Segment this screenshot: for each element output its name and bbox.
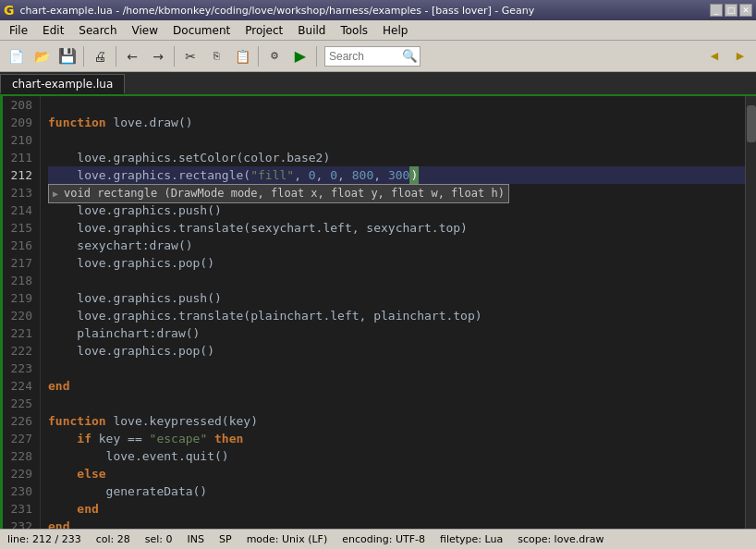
undo-button[interactable]: ← (120, 44, 144, 68)
code-line-224: end (48, 377, 745, 395)
code-line-229: else (48, 465, 745, 482)
line-num-217: 217 (4, 254, 32, 272)
code-line-215: love.graphics.translate(sexychart.left, … (48, 219, 745, 237)
code-text-227b (207, 430, 214, 447)
scrollbar-thumb[interactable] (747, 105, 756, 142)
line-num-224: 224 (4, 377, 32, 395)
copy-button[interactable]: ⎘ (204, 44, 228, 68)
bookmark-next-button[interactable]: ▶ (728, 44, 752, 68)
save-button[interactable]: 💾 (55, 44, 79, 68)
status-filetype: filetype: Lua (440, 533, 503, 545)
menu-project[interactable]: Project (238, 22, 290, 39)
line-num-220: 220 (4, 307, 32, 324)
code-text-209: love.draw() (106, 114, 193, 131)
code-line-218 (48, 272, 745, 289)
bookmark-prev-button[interactable]: ◀ (702, 44, 726, 68)
keyword-end-231: end (77, 500, 98, 518)
minimize-button[interactable]: _ (710, 4, 723, 17)
compile-button[interactable]: ⚙ (262, 44, 287, 68)
app-icon: G (4, 3, 15, 18)
code-line-214: love.graphics.push() (48, 201, 745, 219)
code-line-225 (48, 395, 745, 412)
toolbar-separator-4 (258, 46, 259, 67)
code-text-212e: , (373, 166, 388, 184)
keyword-end-224: end (48, 377, 69, 395)
print-button[interactable]: 🖨 (88, 44, 112, 68)
line-num-231: 231 (4, 500, 32, 518)
menu-view[interactable]: View (125, 22, 165, 39)
line-num-221: 221 (4, 324, 32, 342)
tabbar: chart-example.lua (0, 72, 756, 96)
keyword-then-227: then (214, 430, 243, 447)
line-num-223: 223 (4, 360, 32, 377)
statusbar: line: 212 / 233 col: 28 sel: 0 INS SP mo… (0, 529, 756, 549)
menu-document[interactable]: Document (165, 22, 238, 39)
toolbar-separator-5 (316, 46, 317, 67)
line-num-208: 208 (4, 96, 32, 114)
code-line-222: love.graphics.pop() (48, 342, 745, 360)
menubar: File Edit Search View Document Project B… (0, 20, 756, 41)
num-0a: 0 (309, 166, 316, 184)
line-num-222: 222 (4, 342, 32, 360)
line-num-210: 210 (4, 131, 32, 149)
titlebar: G chart-example.lua - /home/kbmonkey/cod… (0, 0, 756, 20)
search-input[interactable] (325, 50, 399, 63)
code-text-220: love.graphics.translate(plainchart.left,… (48, 307, 482, 324)
string-fill: "fill" (250, 166, 294, 184)
autocomplete-popup: ▶ void rectangle (DrawMode mode, float x… (48, 184, 509, 203)
code-text-212c: , (316, 166, 331, 184)
code-line-232: end (48, 518, 745, 529)
menu-search[interactable]: Search (71, 22, 124, 39)
search-icon-button[interactable]: 🔍 (399, 46, 420, 67)
cut-button[interactable]: ✂ (178, 44, 202, 68)
autocomplete-text: void rectangle (DrawMode mode, float x, … (64, 187, 505, 200)
code-line-213: ▶ void rectangle (DrawMode mode, float x… (48, 184, 745, 201)
code-indent-229 (48, 465, 77, 482)
status-lineend: mode: Unix (LF) (247, 533, 328, 545)
new-button[interactable]: 📄 (4, 44, 28, 68)
line-num-219: 219 (4, 289, 32, 307)
code-line-210 (48, 131, 745, 149)
code-text-212d: , (337, 166, 352, 184)
code-text-219: love.graphics.push() (48, 289, 222, 307)
code-text-216: sexychart:draw() (48, 237, 193, 254)
vertical-scrollbar[interactable] (745, 96, 756, 529)
keyword-else-229: else (77, 465, 105, 482)
code-text-217: love.graphics.pop() (48, 254, 214, 272)
line-num-225: 225 (4, 395, 32, 412)
run-button[interactable]: ▶ (288, 44, 312, 68)
tab-chart-example[interactable]: chart-example.lua (0, 74, 125, 94)
keyword-function-209: function (48, 114, 106, 131)
code-text-211: love.graphics.setColor(color.base2) (48, 149, 330, 166)
menu-file[interactable]: File (2, 22, 35, 39)
code-text-226: love.keypressed(key) (106, 412, 258, 430)
code-editor[interactable]: function love.draw() love.graphics.setCo… (41, 96, 745, 529)
code-line-216: sexychart:draw() (48, 237, 745, 254)
menu-help[interactable]: Help (375, 22, 415, 39)
code-text-215: love.graphics.translate(sexychart.left, … (48, 219, 468, 237)
code-line-230: generateData() (48, 482, 745, 500)
status-scope: scope: love.draw (518, 533, 604, 545)
maximize-button[interactable]: □ (725, 4, 738, 17)
code-text-228: love.event.quit() (48, 447, 229, 465)
code-line-231: end (48, 500, 745, 518)
keyword-end-232: end (48, 518, 69, 529)
code-line-223 (48, 360, 745, 377)
close-button[interactable]: ✕ (739, 4, 752, 17)
menu-edit[interactable]: Edit (35, 22, 71, 39)
code-line-211: love.graphics.setColor(color.base2) (48, 149, 745, 166)
line-num-226: 226 (4, 412, 32, 430)
open-button[interactable]: 📂 (30, 44, 54, 68)
menu-tools[interactable]: Tools (333, 22, 375, 39)
line-num-216: 216 (4, 237, 32, 254)
code-text-222: love.graphics.pop() (48, 342, 214, 360)
menu-build[interactable]: Build (290, 22, 333, 39)
paste-button[interactable]: 📋 (230, 44, 254, 68)
num-800: 800 (352, 166, 373, 184)
code-indent-227 (48, 430, 77, 447)
line-num-211: 211 (4, 149, 32, 166)
keyword-function-226: function (48, 412, 106, 430)
code-line-221: plainchart:draw() (48, 324, 745, 342)
redo-button[interactable]: → (146, 44, 170, 68)
code-text-212a: love.graphics.rectangle( (48, 166, 250, 184)
